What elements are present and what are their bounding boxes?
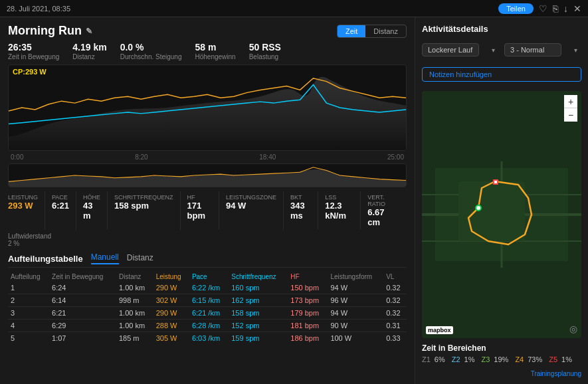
zones-section: Zeit in Bereichen Z1 6% Z2 1% Z3 19% Z4 … xyxy=(422,343,581,363)
stat-hoehe: 58 m Höhengewinn xyxy=(195,42,236,60)
zone-z5-label: Z5 xyxy=(549,355,557,363)
stat-distanz-label: Distanz xyxy=(72,53,106,60)
activity-header: Morning Run ✎ Zeit Distanz xyxy=(8,24,407,38)
metric-leistungsform-value: 94 W xyxy=(226,201,276,211)
table-row: 46:291.00 km288 W6:28 /km152 spm181 bpm9… xyxy=(8,320,407,332)
main-layout: Morning Run ✎ Zeit Distanz 26:35 Zeit in… xyxy=(0,17,588,384)
metric-pace-value: 6:21 xyxy=(52,201,69,211)
dropdown-row: Lockerer LaufTempolaufIntervallRennen 1 … xyxy=(422,43,581,56)
col-distanz: Distanz xyxy=(116,272,153,282)
metric-leistung: Leistung 293 W xyxy=(8,191,45,230)
zone-z3-pct: 19% xyxy=(494,355,508,363)
luftwiderstand: Luftwiderstand 2 % xyxy=(8,233,407,247)
training-link[interactable]: Trainingsplanung xyxy=(422,370,581,377)
stat-rss: 50 RSS Belastung xyxy=(249,42,281,60)
metric-bkt-value: 343 ms xyxy=(290,201,311,221)
compass-icon[interactable]: ◎ xyxy=(569,324,577,334)
luftwiderstand-label: Luftwiderstand xyxy=(8,233,51,240)
mini-chart[interactable] xyxy=(8,163,407,187)
metric-leistung-value: 293 W xyxy=(8,201,38,211)
split-table: Aufteilung Zeit in Bewegung Distanz Leis… xyxy=(8,272,407,344)
zones-row: Z1 6% Z2 1% Z3 19% Z4 73% Z5 1% xyxy=(422,355,581,363)
metric-leistungsform: Leistungszone 94 W xyxy=(226,191,284,230)
metric-pace: Pace 6:21 xyxy=(52,191,76,230)
toggle-zeit-button[interactable]: Zeit xyxy=(338,25,365,37)
heart-icon[interactable]: ♡ xyxy=(539,3,547,14)
zone-z2-label: Z2 xyxy=(452,355,460,363)
download-icon[interactable]: ↓ xyxy=(563,3,568,14)
activity-title: Morning Run xyxy=(8,24,82,38)
svg-point-8 xyxy=(476,206,480,210)
col-hf: HF xyxy=(288,272,328,282)
stat-steigung-label: Durchschn. Steigung xyxy=(120,53,182,60)
main-chart[interactable]: CP:293 W xyxy=(8,64,407,151)
svg-rect-6 xyxy=(458,181,525,241)
metric-lss-value: 12.3 kN/m xyxy=(325,201,353,221)
zone-z1-pct: 6% xyxy=(435,355,445,363)
zoom-out-button[interactable]: − xyxy=(564,108,577,122)
aktivitaetsdetails-title: Aktivitätsdetails xyxy=(422,24,581,34)
toggle-distanz-button[interactable]: Distanz xyxy=(365,25,406,37)
metric-hoehe-label: Höhe xyxy=(83,194,100,201)
dropdown-normal-wrapper: 1 - Sehr leicht2 - Leicht3 - Normal4 - H… xyxy=(504,43,581,56)
close-icon[interactable]: ✕ xyxy=(573,3,581,14)
luftwiderstand-value: 2 % xyxy=(8,240,19,247)
tab-distanz[interactable]: Distanz xyxy=(127,253,153,264)
dropdown-lauf-wrapper: Lockerer LaufTempolaufIntervallRennen xyxy=(422,43,499,56)
elevation-fill xyxy=(9,77,406,150)
mini-chart-svg xyxy=(9,164,406,187)
map-zoom-controls: + − xyxy=(564,95,577,122)
col-leistung: Leistung xyxy=(153,272,189,282)
zone-z4-pct: 73% xyxy=(528,355,542,363)
left-panel: Morning Run ✎ Zeit Distanz 26:35 Zeit in… xyxy=(0,17,415,384)
titlebar-date: 28. Juli 2021, 08:35 xyxy=(7,5,70,13)
metric-hoehe: Höhe 43 m xyxy=(83,191,108,230)
metric-bkt-label: BKT xyxy=(290,194,311,201)
col-schrittfrequenz: Schrittfrequenz xyxy=(229,272,288,282)
dropdown-normal[interactable]: 1 - Sehr leicht2 - Leicht3 - Normal4 - H… xyxy=(504,43,561,56)
metric-hf-label: HF xyxy=(187,194,212,201)
zone-z1-label: Z1 xyxy=(422,355,431,363)
mapbox-label: mapbox xyxy=(426,326,453,334)
edit-icon[interactable]: ✎ xyxy=(86,27,92,36)
stat-distanz: 4.19 km Distanz xyxy=(72,42,106,60)
metric-lss: LSS 12.3 kN/m xyxy=(325,191,361,230)
zone-z3-label: Z3 xyxy=(482,355,490,363)
stat-hoehe-label: Höhengewinn xyxy=(195,53,236,60)
metric-lss-label: LSS xyxy=(325,194,353,201)
stat-rss-value: 50 RSS xyxy=(249,42,281,52)
share-button[interactable]: Teilen xyxy=(498,3,534,14)
col-leistungsform: Leistungsform xyxy=(328,272,383,282)
tab-manuell[interactable]: Manuell xyxy=(91,252,119,264)
col-pace: Pace xyxy=(189,272,229,282)
table-row: 36:211.00 km290 W6:21 /km158 spm179 bpm9… xyxy=(8,307,407,320)
metric-vert-ratio-label: Vert. Ratio xyxy=(367,194,393,207)
table-row: 26:14998 m302 W6:15 /km162 spm173 bpm96 … xyxy=(8,294,407,307)
right-panel: Aktivitätsdetails Lockerer LaufTempolauf… xyxy=(415,17,588,384)
metric-hf-value: 171 bpm xyxy=(187,201,212,221)
stat-steigung: 0.0 % Durchschn. Steigung xyxy=(120,42,182,60)
col-zeit: Zeit in Bewegung xyxy=(49,272,116,282)
zone-z4-label: Z4 xyxy=(515,355,524,363)
metric-leistungsform-label: Leistungszone xyxy=(226,194,276,201)
stat-distanz-value: 4.19 km xyxy=(72,42,106,52)
dropdown-lauf[interactable]: Lockerer LaufTempolaufIntervallRennen xyxy=(422,43,479,56)
copy-icon[interactable]: ⎘ xyxy=(553,3,558,14)
metric-vert-ratio-value: 6.67 cm xyxy=(367,207,393,227)
stat-zeit-value: 26:35 xyxy=(8,42,59,52)
xaxis-2: 18:40 xyxy=(259,153,276,161)
zones-title: Zeit in Bereichen xyxy=(422,343,581,353)
table-row: 51:07185 m305 W6:03 /km159 spm186 bpm100… xyxy=(8,332,407,345)
stat-rss-label: Belastung xyxy=(249,53,281,60)
xaxis-0: 0:00 xyxy=(11,153,23,161)
map-container: + − mapbox ◎ xyxy=(422,91,581,338)
add-notes-button[interactable]: Notizen hinzufügen xyxy=(422,67,581,82)
stats-row: 26:35 Zeit in Bewegung 4.19 km Distanz 0… xyxy=(8,42,407,60)
chart-svg xyxy=(9,65,406,150)
zoom-in-button[interactable]: + xyxy=(564,95,577,108)
map-svg xyxy=(422,91,581,338)
chart-xaxis: 0:00 8:20 18:40 25:00 xyxy=(8,153,407,161)
metric-pace-label: Pace xyxy=(52,194,69,201)
zone-z2-pct: 1% xyxy=(464,355,475,363)
zone-z5-pct: 1% xyxy=(561,355,572,363)
